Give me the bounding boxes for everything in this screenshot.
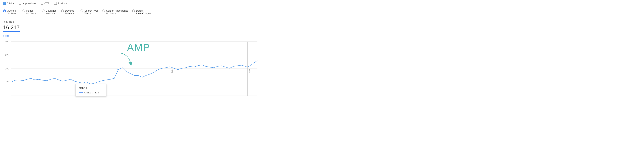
search-appearance-filter-label: Search Appearance bbox=[106, 9, 128, 12]
dates-filter-label: Dates bbox=[136, 9, 143, 12]
search-type-radio bbox=[80, 10, 83, 12]
filter-devices[interactable]: Devices Mobile ▾ bbox=[61, 8, 80, 16]
position-metric[interactable]: Position bbox=[54, 2, 67, 5]
queries-radio bbox=[3, 10, 6, 12]
search-type-filter-value: Web bbox=[84, 12, 89, 15]
pages-dropdown-arrow: ▾ bbox=[35, 12, 36, 15]
search-appearance-dropdown-arrow: ▾ bbox=[114, 12, 116, 15]
filter-search-appearance[interactable]: Search Appearance No filter ▾ bbox=[102, 8, 132, 16]
clicks-checkbox[interactable] bbox=[3, 2, 6, 5]
tooltip-metric-label: Clicks bbox=[84, 91, 91, 94]
dates-dropdown-arrow: ▾ bbox=[150, 12, 151, 15]
impressions-label: Impressions bbox=[22, 2, 36, 5]
tooltip-row: Clicks: 203 bbox=[79, 91, 103, 94]
filter-dates[interactable]: Dates Last 90 days ▾ bbox=[132, 8, 155, 16]
impressions-metric[interactable]: Impressions bbox=[19, 2, 36, 5]
devices-filter-value: Mobile bbox=[65, 12, 72, 15]
devices-radio bbox=[61, 10, 64, 12]
svg-text:300: 300 bbox=[5, 40, 9, 43]
countries-filter-value: No filter bbox=[46, 12, 54, 15]
chart-area: Total clicks 16,217 Clicks AMP bbox=[0, 18, 264, 116]
devices-dropdown-arrow: ▾ bbox=[73, 12, 74, 15]
metrics-bar: Clicks Impressions CTR Position bbox=[0, 0, 264, 7]
chart-svg: 300 225 150 75 Note Note bbox=[3, 38, 261, 107]
countries-filter-label: Countries bbox=[46, 9, 56, 12]
impressions-checkbox[interactable] bbox=[19, 2, 21, 5]
filter-countries[interactable]: Countries No filter ▾ bbox=[42, 8, 61, 16]
position-checkbox[interactable] bbox=[54, 2, 57, 5]
clicks-label: Clicks bbox=[7, 2, 14, 5]
queries-dropdown-arrow: ▾ bbox=[15, 12, 16, 15]
ctr-metric[interactable]: CTR bbox=[41, 2, 50, 5]
queries-filter-label: Queries bbox=[7, 9, 16, 12]
chart-y-label: Clicks bbox=[3, 34, 261, 37]
svg-text:150: 150 bbox=[5, 67, 9, 70]
filter-bar: Queries No filter ▾ Pages No filter ▾ Co… bbox=[0, 7, 264, 18]
countries-radio bbox=[42, 10, 44, 12]
tooltip: 6/28/17 Clicks: 203 bbox=[76, 84, 106, 96]
ctr-checkbox[interactable] bbox=[41, 2, 43, 5]
total-clicks-label: Total clicks bbox=[3, 20, 261, 23]
svg-text:Note: Note bbox=[248, 69, 251, 73]
position-label: Position bbox=[58, 2, 67, 5]
search-type-dropdown-arrow: ▾ bbox=[90, 12, 90, 15]
pages-filter-value: No filter bbox=[26, 12, 34, 15]
filter-pages[interactable]: Pages No filter ▾ bbox=[22, 8, 42, 16]
filter-search-type[interactable]: Search Type Web ▾ bbox=[80, 8, 102, 16]
svg-text:Note: Note bbox=[171, 69, 174, 73]
devices-filter-label: Devices bbox=[65, 9, 74, 12]
dates-filter-value: Last 90 days bbox=[136, 12, 150, 15]
dates-radio bbox=[132, 10, 135, 12]
total-clicks-value: 16,217 bbox=[3, 24, 20, 32]
countries-dropdown-arrow: ▾ bbox=[54, 12, 55, 15]
filter-queries[interactable]: Queries No filter ▾ bbox=[3, 8, 22, 16]
search-type-filter-label: Search Type bbox=[84, 9, 98, 12]
ctr-label: CTR bbox=[44, 2, 50, 5]
queries-filter-value: No filter bbox=[7, 12, 15, 15]
pages-radio bbox=[22, 10, 25, 12]
search-appearance-radio bbox=[102, 10, 105, 12]
clicks-metric[interactable]: Clicks bbox=[3, 2, 14, 5]
tooltip-line-icon bbox=[79, 92, 83, 93]
svg-text:75: 75 bbox=[6, 81, 9, 84]
tooltip-metric-value: 203 bbox=[95, 91, 99, 94]
tooltip-dot bbox=[117, 69, 119, 70]
search-appearance-filter-value: No filter bbox=[106, 12, 114, 15]
clicks-line bbox=[11, 60, 257, 84]
chart-container: Clicks AMP bbox=[3, 34, 261, 116]
pages-filter-label: Pages bbox=[26, 9, 34, 12]
svg-text:225: 225 bbox=[5, 54, 9, 56]
chart-svg-wrapper: AMP bbox=[3, 38, 261, 111]
tooltip-date: 6/28/17 bbox=[79, 87, 103, 90]
